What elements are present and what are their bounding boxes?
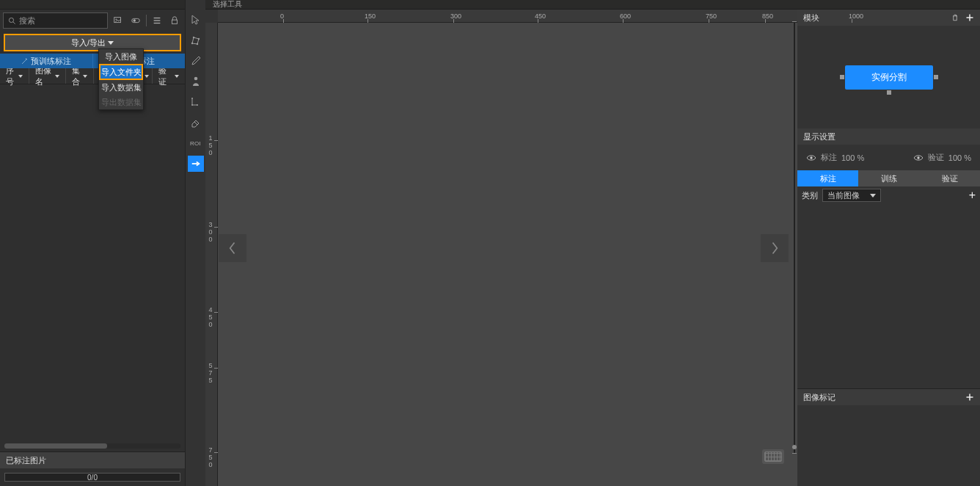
tab-verify[interactable]: 验证 — [919, 170, 980, 186]
svg-line-18 — [194, 122, 197, 125]
horizontal-scrollbar[interactable] — [4, 443, 180, 449]
list-view-icon[interactable] — [150, 13, 164, 28]
prev-image-button[interactable] — [219, 234, 246, 262]
display-section-header: 显示设置 — [797, 128, 980, 145]
ruler-horizontal: 01503004506007508501000 — [218, 10, 797, 23]
list-header: 序号 图像名 集合 签 验证 — [0, 68, 185, 84]
module-handle-right[interactable] — [934, 75, 938, 79]
instance-segmentation-button[interactable]: 实例分割 — [845, 65, 933, 90]
vertical-slider[interactable] — [794, 21, 795, 454]
tool-brush[interactable] — [188, 53, 204, 69]
eye-icon — [913, 154, 924, 162]
search-icon — [8, 17, 16, 25]
left-panel: 搜索 导入/导出 预训练标注 模型标注 序号 图像名 集合 签 验证 — [0, 0, 186, 486]
tool-strip: ROI — [186, 0, 205, 486]
add-category-button[interactable]: + — [969, 189, 976, 202]
image-mark-body — [797, 405, 980, 486]
eye-icon — [806, 154, 816, 162]
svg-point-0 — [9, 18, 13, 22]
tool-eraser[interactable] — [188, 115, 204, 131]
ruler-vertical: 150300450575750 — [205, 23, 218, 486]
svg-point-11 — [192, 37, 194, 38]
module-section-header: 模块 — [797, 10, 980, 26]
col-index[interactable]: 序号 — [0, 68, 29, 84]
image-mark-section-header: 图像标记 — [797, 389, 980, 405]
tab-pretrain-label: 预训练标注 — [31, 56, 71, 67]
toggle-icon[interactable] — [128, 13, 143, 28]
search-placeholder: 搜索 — [19, 15, 35, 26]
search-row: 搜索 — [0, 10, 185, 32]
image-list-body — [0, 84, 185, 451]
right-header-strip — [797, 0, 980, 10]
tab-pretrain-annotate[interactable]: 预训练标注 — [0, 54, 92, 68]
col-verify[interactable]: 验证 — [153, 68, 185, 84]
module-handle-left[interactable] — [840, 75, 844, 79]
import-export-label: 导入/导出 — [71, 37, 106, 48]
col-set[interactable]: 集合 — [66, 68, 94, 84]
svg-point-10 — [191, 43, 192, 44]
canvas[interactable] — [218, 23, 797, 486]
keyboard-icon[interactable] — [762, 449, 784, 464]
tool-roi[interactable]: ROI — [188, 135, 204, 151]
lock-icon[interactable] — [167, 13, 182, 28]
disp-label-item[interactable]: 标注 100 % — [806, 152, 864, 163]
image-filter-icon[interactable] — [111, 13, 125, 28]
search-input[interactable]: 搜索 — [3, 12, 108, 29]
tab-label[interactable]: 标注 — [797, 170, 858, 186]
svg-point-15 — [191, 98, 193, 99]
disp-verify-item[interactable]: 验证 100 % — [913, 152, 971, 163]
canvas-area: 选择工具 01503004506007508501000 15030045057… — [205, 0, 797, 486]
tool-polygon[interactable] — [188, 32, 204, 48]
col-image-name[interactable]: 图像名 — [29, 68, 66, 84]
image-mark-title: 图像标记 — [803, 392, 835, 403]
svg-point-23 — [917, 156, 919, 159]
wand-icon — [21, 57, 29, 65]
svg-point-16 — [191, 104, 193, 106]
caret-down-icon — [108, 41, 114, 45]
plus-icon[interactable] — [965, 393, 974, 402]
tool-cursor[interactable] — [188, 12, 204, 28]
trash-icon[interactable] — [951, 13, 959, 22]
already-labeled-row: 已标注图片 — [0, 452, 185, 468]
category-label: 类别 — [802, 190, 818, 201]
svg-point-13 — [196, 43, 197, 45]
menu-import-dataset[interactable]: 导入数据集 — [99, 80, 143, 95]
module-body: 实例分割 — [797, 26, 980, 128]
display-title: 显示设置 — [803, 131, 835, 142]
select-tool-label: 选择工具 — [213, 0, 242, 10]
svg-point-22 — [810, 156, 812, 159]
view-mode-tabs: 标注 训练 验证 — [797, 170, 980, 186]
menu-import-image[interactable]: 导入图像 — [99, 49, 143, 64]
tool-lasso[interactable] — [188, 94, 204, 110]
import-export-menu: 导入图像 导入文件夹 导入数据集 导出数据集 — [98, 48, 144, 110]
module-handle-bottom[interactable] — [887, 90, 891, 95]
scroll-thumb[interactable] — [4, 443, 107, 449]
category-select[interactable]: 当前图像 — [822, 189, 881, 202]
svg-point-17 — [197, 104, 198, 106]
svg-rect-9 — [172, 20, 178, 23]
progress-bar: 0/0 — [4, 473, 180, 482]
category-list-body — [797, 204, 980, 388]
tab-train[interactable]: 训练 — [858, 170, 919, 186]
display-opacity-row: 标注 100 % 验证 100 % — [797, 145, 980, 170]
svg-point-5 — [134, 19, 136, 22]
divider — [146, 15, 147, 26]
menu-export-dataset: 导出数据集 — [99, 95, 143, 109]
menu-import-folder[interactable]: 导入文件夹 — [99, 64, 143, 80]
annotation-mode-tabs: 预训练标注 模型标注 — [0, 54, 185, 68]
progress-row: 0/0 — [0, 468, 185, 486]
plus-icon[interactable] — [965, 13, 974, 22]
left-header-strip — [0, 0, 185, 10]
svg-point-14 — [194, 77, 197, 81]
next-image-button[interactable] — [761, 234, 789, 262]
right-panel: 模块 实例分割 显示设置 标注 100 % — [797, 0, 980, 486]
svg-line-1 — [13, 21, 15, 23]
svg-point-12 — [197, 38, 199, 40]
tool-person[interactable] — [188, 73, 204, 90]
svg-point-3 — [116, 18, 117, 20]
caret-down-icon — [870, 194, 876, 197]
tool-active[interactable] — [188, 156, 204, 172]
canvas-top-bar: 选择工具 — [205, 0, 797, 10]
category-row: 类别 当前图像 + — [797, 186, 980, 204]
import-export-button[interactable]: 导入/导出 — [4, 34, 181, 51]
